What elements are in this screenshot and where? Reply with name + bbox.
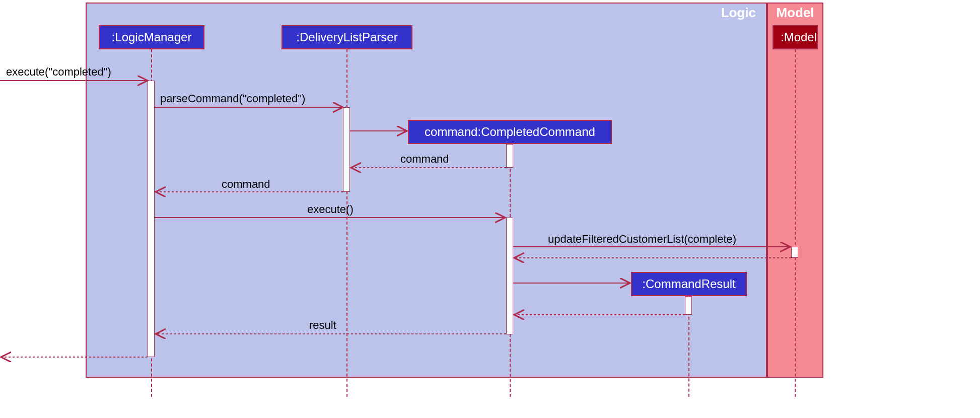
label-command-return1: command <box>400 153 449 166</box>
activation-model <box>791 247 798 258</box>
label-update-filtered-customer-list: updateFilteredCustomerList(complete) <box>548 233 736 246</box>
activation-completed-command-1 <box>506 144 513 168</box>
participant-command-result: :CommandResult <box>631 272 747 296</box>
activation-logic-manager <box>148 81 155 357</box>
label-execute-completed: execute("completed") <box>6 65 111 79</box>
label-result-return: result <box>309 319 336 332</box>
participant-model: :Model <box>773 25 818 49</box>
lifeline-delivery-list-parser <box>346 49 347 397</box>
activation-command-result <box>685 296 692 315</box>
region-logic-label: Logic <box>721 5 756 21</box>
participant-logic-manager: :LogicManager <box>99 25 204 49</box>
participant-delivery-list-parser: :DeliveryListParser <box>282 25 412 49</box>
label-execute-call: execute() <box>307 203 354 216</box>
sequence-diagram: Logic Model :LogicManager :DeliveryListP… <box>0 0 980 418</box>
activation-delivery-list-parser <box>343 107 350 192</box>
label-command-return2: command <box>222 178 270 191</box>
label-parsecommand-completed: parseCommand("completed") <box>160 92 305 105</box>
region-model-label: Model <box>768 5 822 21</box>
participant-completed-command: command:CompletedCommand <box>408 120 612 144</box>
region-logic: Logic <box>86 3 767 378</box>
activation-completed-command-2 <box>506 218 513 334</box>
lifeline-model <box>795 49 796 397</box>
